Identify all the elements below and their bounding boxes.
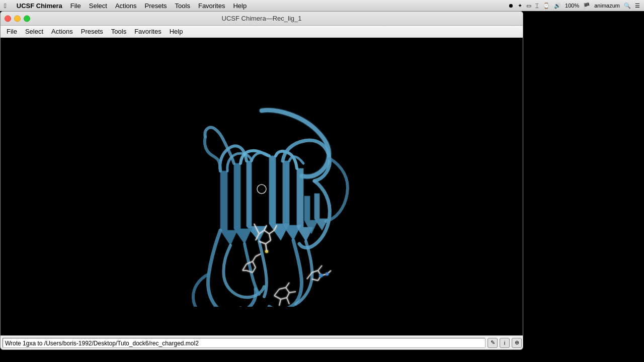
svg-line-32 bbox=[279, 299, 281, 306]
system-menu-select[interactable]: Select bbox=[85, 2, 111, 10]
chimera-window: UCSF Chimera—Rec_lig_1 File Select Actio… bbox=[0, 11, 523, 350]
svg-line-29 bbox=[286, 283, 289, 288]
system-menu-help[interactable]: Help bbox=[229, 2, 251, 10]
app-menu-file[interactable]: File bbox=[3, 27, 21, 36]
svg-point-41 bbox=[257, 185, 266, 194]
svg-line-33 bbox=[243, 264, 247, 270]
close-button[interactable] bbox=[5, 15, 11, 22]
molecular-viewport[interactable] bbox=[1, 38, 523, 349]
statusbar: Wrote 1gxa to /Users/boris-1992/Desktop/… bbox=[1, 335, 523, 349]
svg-line-24 bbox=[279, 288, 286, 289]
status-text: Wrote 1gxa to /Users/boris-1992/Desktop/… bbox=[3, 338, 486, 348]
svg-line-28 bbox=[274, 296, 281, 299]
system-menu-presets[interactable]: Presets bbox=[141, 2, 171, 10]
svg-line-39 bbox=[253, 256, 256, 261]
svg-line-35 bbox=[253, 261, 256, 267]
info-icon-button[interactable]: i bbox=[500, 338, 510, 348]
app-menu-tools[interactable]: Tools bbox=[107, 27, 130, 36]
svg-line-3 bbox=[269, 234, 271, 240]
window-title: UCSF Chimera—Rec_lig_1 bbox=[222, 15, 302, 22]
username-label: animazum bbox=[594, 3, 620, 9]
system-menu-right: ⏺ ✦ ▭ ⌶ ⌚ 🔊 100% 🏴 animazum 🔍 ☰ bbox=[508, 0, 640, 11]
app-menu-select[interactable]: Select bbox=[21, 27, 47, 36]
app-menu-help[interactable]: Help bbox=[166, 27, 187, 36]
app-menubar: File Select Actions Presets Tools Favori… bbox=[1, 26, 523, 38]
system-menubar:  UCSF Chimera File Select Actions Prese… bbox=[0, 0, 644, 11]
svg-line-31 bbox=[287, 298, 289, 304]
minimize-button[interactable] bbox=[14, 15, 21, 22]
svg-line-25 bbox=[286, 288, 289, 293]
svg-line-4 bbox=[266, 240, 271, 244]
svg-line-30 bbox=[289, 292, 296, 293]
search-system-icon[interactable]: 🔍 bbox=[624, 3, 631, 9]
svg-line-40 bbox=[256, 254, 261, 256]
wifi-icon: ⌶ bbox=[535, 3, 539, 9]
volume-icon: 🔊 bbox=[554, 3, 561, 9]
maximize-button[interactable] bbox=[24, 15, 30, 22]
svg-line-23 bbox=[274, 289, 279, 296]
system-menu-actions[interactable]: Actions bbox=[111, 2, 141, 10]
svg-line-2 bbox=[264, 230, 269, 234]
svg-line-27 bbox=[281, 298, 287, 299]
svg-line-9 bbox=[269, 230, 274, 234]
svg-point-22 bbox=[326, 273, 329, 276]
system-menu-file[interactable]: File bbox=[66, 2, 85, 10]
list-icon[interactable]: ☰ bbox=[635, 3, 640, 9]
svg-line-26 bbox=[287, 293, 289, 298]
battery-label: 100% bbox=[565, 3, 579, 9]
clock-icon: ⌚ bbox=[543, 3, 550, 9]
app-menu-actions[interactable]: Actions bbox=[47, 27, 77, 36]
bluetooth-icon: ✦ bbox=[518, 3, 522, 9]
apple-icon[interactable]:  bbox=[4, 2, 7, 10]
airplay-icon: ▭ bbox=[526, 3, 531, 9]
svg-line-36 bbox=[253, 267, 256, 273]
app-menu-presets[interactable]: Presets bbox=[77, 27, 107, 36]
svg-point-21 bbox=[319, 274, 323, 278]
system-menu-items: UCSF Chimera File Select Actions Presets… bbox=[13, 2, 251, 10]
app-menu-favorites[interactable]: Favorites bbox=[130, 27, 165, 36]
record-icon: ⏺ bbox=[508, 3, 514, 9]
zoom-icon-button[interactable]: ⊕ bbox=[512, 338, 522, 348]
system-menu-ucsf-chimera[interactable]: UCSF Chimera bbox=[13, 2, 66, 10]
system-menu-favorites[interactable]: Favorites bbox=[194, 2, 229, 10]
protein-structure bbox=[146, 80, 377, 307]
window-titlebar: UCSF Chimera—Rec_lig_1 bbox=[1, 12, 523, 26]
flag-icon: 🏴 bbox=[583, 3, 590, 9]
window-controls bbox=[5, 15, 30, 22]
edit-icon-button[interactable]: ✎ bbox=[488, 338, 498, 348]
svg-line-18 bbox=[318, 265, 322, 270]
system-menu-tools[interactable]: Tools bbox=[171, 2, 194, 10]
